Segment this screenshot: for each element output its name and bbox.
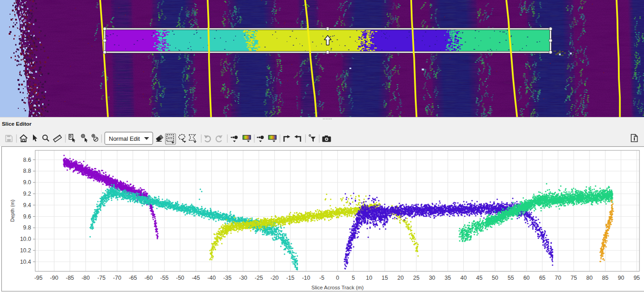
svg-text:9.8: 9.8 — [23, 224, 31, 231]
svg-text:50: 50 — [492, 275, 498, 281]
svg-text:-90: -90 — [50, 275, 58, 281]
svg-text:20: 20 — [397, 275, 404, 281]
svg-text:9.4: 9.4 — [23, 202, 31, 208]
svg-text:85: 85 — [602, 275, 608, 281]
svg-text:35: 35 — [445, 275, 451, 281]
svg-text:25: 25 — [413, 275, 419, 281]
svg-text:-40: -40 — [208, 275, 216, 281]
svg-text:8.6: 8.6 — [23, 157, 31, 163]
svg-text:9.6: 9.6 — [23, 213, 31, 220]
svg-text:10: 10 — [366, 275, 372, 281]
svg-text:45: 45 — [476, 275, 483, 281]
svg-text:0: 0 — [336, 275, 339, 281]
svg-text:75: 75 — [570, 275, 577, 281]
svg-text:-45: -45 — [192, 275, 200, 281]
svg-text:9.0: 9.0 — [23, 179, 31, 186]
svg-text:-75: -75 — [97, 275, 106, 281]
svg-text:-20: -20 — [270, 275, 279, 281]
svg-text:65: 65 — [539, 275, 546, 281]
svg-text:9.2: 9.2 — [23, 191, 31, 197]
svg-text:-15: -15 — [286, 275, 295, 281]
svg-text:-35: -35 — [223, 275, 231, 281]
svg-text:-95: -95 — [34, 275, 43, 281]
svg-text:Slice Across Track (m): Slice Across Track (m) — [311, 285, 364, 290]
svg-text:10.4: 10.4 — [20, 259, 31, 265]
svg-text:-80: -80 — [81, 275, 90, 281]
svg-text:10.0: 10.0 — [20, 236, 31, 242]
svg-text:15: 15 — [381, 275, 388, 281]
svg-text:-60: -60 — [145, 275, 153, 281]
svg-text:-10: -10 — [302, 275, 310, 281]
svg-text:-85: -85 — [66, 275, 74, 281]
svg-text:Depth (m): Depth (m) — [10, 200, 15, 222]
svg-text:-30: -30 — [239, 275, 247, 281]
svg-text:-50: -50 — [176, 275, 184, 281]
svg-text:Normal Edit: Normal Edit — [109, 135, 140, 142]
svg-text:40: 40 — [460, 275, 467, 281]
svg-text:10.2: 10.2 — [20, 247, 31, 254]
svg-text:90: 90 — [618, 275, 624, 281]
svg-text:Slice Editor: Slice Editor — [2, 121, 32, 127]
svg-text:-55: -55 — [160, 275, 168, 281]
svg-text:70: 70 — [555, 275, 561, 281]
svg-text:30: 30 — [429, 275, 435, 281]
svg-text:-5: -5 — [319, 275, 324, 281]
svg-text:60: 60 — [523, 275, 530, 281]
svg-text:-25: -25 — [255, 275, 263, 281]
svg-text:95: 95 — [633, 275, 640, 281]
svg-text:-70: -70 — [113, 275, 121, 281]
svg-text:8.8: 8.8 — [23, 168, 31, 174]
svg-text:5: 5 — [352, 275, 355, 281]
svg-text:80: 80 — [586, 275, 593, 281]
svg-text:-65: -65 — [129, 275, 137, 281]
svg-text:55: 55 — [508, 275, 514, 281]
